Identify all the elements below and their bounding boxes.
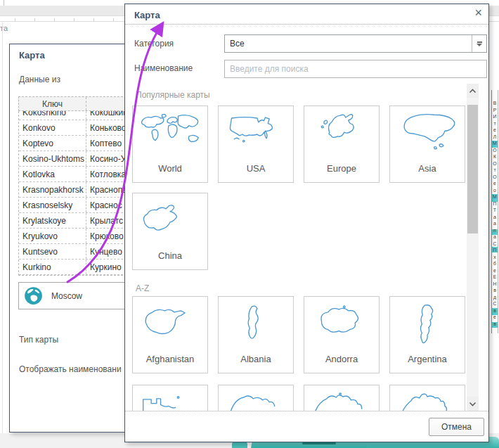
scroll-down-button[interactable] <box>467 397 479 411</box>
andorra-map-icon <box>309 302 374 347</box>
map-thumbnail-label: Europe <box>327 163 356 174</box>
afghanistan-map-icon <box>138 302 202 347</box>
map-thumbnail-asia[interactable]: Asia <box>389 105 465 183</box>
map-thumbnail-label: Argentina <box>408 354 447 364</box>
clipped-column-strip: В Р И т е Л М О К О т О е о М П Т а а п … <box>491 90 498 333</box>
cell-key[interactable]: Krasnopakhorsk <box>19 182 86 197</box>
map-thumbnail-label: Afghanistan <box>146 354 195 364</box>
cell-key[interactable]: Kuntsevo <box>19 244 86 259</box>
close-icon[interactable]: × <box>474 6 482 19</box>
map-label-fragment <box>302 442 336 444</box>
partial-map-icon <box>395 391 460 411</box>
world-map-icon <box>138 112 202 157</box>
map-thumbnail-partial[interactable] <box>389 385 465 411</box>
category-label: Категория <box>134 39 174 49</box>
map-thumbnail-china[interactable]: China <box>132 193 208 270</box>
column-header-key[interactable]: Ключ <box>19 97 86 110</box>
map-picker-dialog: Карта × Категория Все Наименование Попул… <box>124 4 489 442</box>
category-dropdown[interactable]: Все <box>224 34 487 53</box>
cell-key[interactable]: Kosino-Ukhtoms <box>19 151 86 166</box>
ruler-tick <box>93 18 94 21</box>
header-separator <box>125 24 488 25</box>
toolbar-divider <box>4 0 4 6</box>
cell-key[interactable]: Koptevo <box>19 136 86 151</box>
cell-key[interactable]: Kryukovo <box>19 229 86 243</box>
map-thumbnail-partial[interactable] <box>218 385 294 411</box>
partial-map-icon <box>223 391 288 411</box>
scroll-up-button[interactable] <box>467 84 479 98</box>
map-thumbnail-label: Asia <box>418 163 436 174</box>
dropdown-arrow-icon <box>477 44 482 46</box>
map-thumbnail-label: World <box>158 163 182 174</box>
asia-map-icon <box>395 112 460 157</box>
dropdown-arrow-button[interactable] <box>472 35 486 52</box>
argentina-map-icon <box>395 302 460 347</box>
europe-map-icon <box>309 112 374 157</box>
usa-map-icon <box>223 112 288 157</box>
ruler-tick <box>74 18 74 21</box>
albania-map-icon <box>223 302 288 347</box>
partial-map-icon <box>138 391 202 411</box>
cell-key[interactable]: Krylatskoye <box>19 213 86 228</box>
map-thumbnail-argentina[interactable]: Argentina <box>389 296 465 373</box>
selected-map-label: Moscow <box>51 291 82 301</box>
cell-key[interactable]: Kokoshkino <box>19 111 86 120</box>
chevron-up-icon <box>469 89 477 94</box>
scrollbar-thumb[interactable] <box>467 105 478 233</box>
map-thumbnail-label: USA <box>247 163 266 174</box>
cell-key[interactable]: Kurkino <box>19 260 86 274</box>
display-names-label: Отображать наименовани <box>19 364 122 374</box>
footer-separator <box>125 411 488 411</box>
section-popular: Популярные карты <box>136 90 210 100</box>
map-thumbnail-partial[interactable] <box>304 385 380 411</box>
section-az: A-Z <box>136 283 149 293</box>
cell-key[interactable]: Krasnoselsky <box>19 198 86 212</box>
dialog-title: Карта <box>19 50 45 60</box>
search-input[interactable] <box>224 60 487 78</box>
ruler-tick <box>113 18 114 21</box>
ruler-tick <box>54 18 55 21</box>
chevron-down-icon <box>469 402 477 407</box>
map-thumbnail-andorra[interactable]: Andorra <box>304 296 380 373</box>
dialog-title: Карта <box>134 10 160 20</box>
cell-key[interactable]: Konkovo <box>19 120 86 135</box>
map-list: Популярные карты World USA <box>125 84 488 411</box>
map-thumbnail-afghanistan[interactable]: Afghanistan <box>132 296 208 373</box>
map-thumbnail-label: China <box>158 250 182 261</box>
name-label: Наименование <box>134 63 193 73</box>
clipped-letters: В Р И т е Л М О К О т О е о М П Т а а п … <box>492 100 498 332</box>
map-thumbnail-label: Andorra <box>325 354 358 364</box>
ruler-tick <box>34 18 35 21</box>
background-map-shape <box>232 442 247 448</box>
map-type-label: Тип карты <box>19 335 58 345</box>
partial-map-icon <box>309 391 374 411</box>
cancel-button[interactable]: Отмена <box>429 418 484 436</box>
panel-edge-line <box>2 21 3 433</box>
cell-key[interactable]: Kotlovka <box>19 167 86 181</box>
data-from-label: Данные из <box>19 75 60 84</box>
map-thumbnail-world[interactable]: World <box>132 105 208 183</box>
dropdown-arrow-icon <box>477 41 482 43</box>
vertical-scrollbar[interactable] <box>467 84 479 411</box>
category-value: Все <box>225 39 472 49</box>
map-thumbnail-partial[interactable] <box>132 385 208 411</box>
map-thumbnail-albania[interactable]: Albania <box>218 296 294 373</box>
globe-icon <box>24 286 43 305</box>
ruler-tick <box>15 18 15 21</box>
map-thumbnail-europe[interactable]: Europe <box>304 105 380 183</box>
map-thumbnail-label: Albania <box>240 354 271 364</box>
clipped-text-fragment: та <box>0 24 8 32</box>
map-thumbnail-usa[interactable]: USA <box>218 105 294 183</box>
china-map-icon <box>138 199 202 244</box>
